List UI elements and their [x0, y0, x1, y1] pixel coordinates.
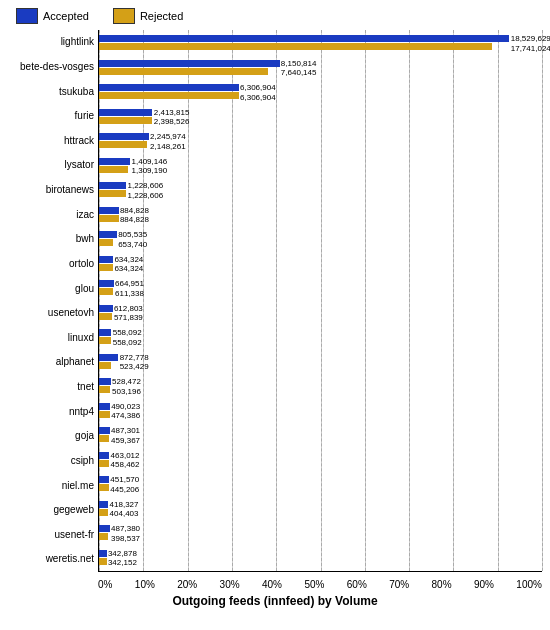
bar-rejected-izac [99, 215, 119, 222]
val-rejected: 459,367 [111, 436, 140, 446]
bar-rejected-goja [99, 435, 109, 442]
y-label-gegeweb: gegeweb [8, 505, 94, 515]
bottom-section: 0%10%20%30%40%50%60%70%80%90%100% Outgoi… [8, 576, 542, 608]
x-label-10%: 10% [135, 579, 155, 590]
val-accepted: 487,380 [111, 524, 140, 534]
y-label-bwh: bwh [8, 234, 94, 244]
val-accepted: 805,535 [118, 230, 147, 240]
y-axis-labels: lightlinkbete-des-vosgestsukubafuriehttr… [8, 30, 98, 572]
bar-row-weretis.net: 342,878342,152 [99, 550, 542, 566]
bar-accepted-bwh [99, 231, 117, 238]
y-label-bete-des-vosges: bete-des-vosges [8, 62, 94, 72]
bar-accepted-lysator [99, 158, 130, 165]
bar-values-lysator: 1,409,1461,309,190 [132, 157, 168, 176]
bar-values-furie: 2,413,8152,398,526 [154, 108, 190, 127]
y-label-tsukuba: tsukuba [8, 87, 94, 97]
chart-area: lightlinkbete-des-vosgestsukubafuriehttr… [8, 30, 542, 572]
bar-accepted-usenet-fr [99, 525, 110, 532]
val-rejected: 884,828 [120, 215, 149, 225]
x-label-90%: 90% [474, 579, 494, 590]
val-rejected: 611,338 [115, 289, 144, 299]
bar-accepted-gegeweb [99, 501, 108, 508]
bar-row-usenet-fr: 487,380398,537 [99, 525, 542, 541]
y-label-csiph: csiph [8, 456, 94, 466]
bar-rejected-usenet-fr [99, 533, 108, 540]
y-label-birotanews: birotanews [8, 185, 94, 195]
bar-rejected-weretis.net [99, 558, 107, 565]
bar-rejected-linuxd [99, 337, 111, 344]
y-label-niel.me: niel.me [8, 481, 94, 491]
val-accepted: 664,951 [115, 279, 144, 289]
val-rejected: 458,462 [111, 460, 140, 470]
val-accepted: 8,150,814 [281, 59, 317, 69]
bar-accepted-nntp4 [99, 403, 110, 410]
bar-values-gegeweb: 418,327404,403 [110, 500, 139, 519]
x-label-100%: 100% [516, 579, 542, 590]
bar-accepted-niel.me [99, 476, 109, 483]
bar-row-nntp4: 490,023474,386 [99, 403, 542, 419]
bar-rejected-niel.me [99, 484, 109, 491]
y-label-alphanet: alphanet [8, 357, 94, 367]
val-rejected: 445,206 [110, 485, 139, 495]
val-accepted: 612,803 [114, 304, 143, 314]
y-label-izac: izac [8, 210, 94, 220]
bar-row-tnet: 528,472503,196 [99, 378, 542, 394]
x-label-80%: 80% [432, 579, 452, 590]
bar-values-weretis.net: 342,878342,152 [108, 549, 137, 568]
bar-values-lightlink: 18,529,62917,741,024 [511, 34, 550, 53]
val-accepted: 6,306,904 [240, 83, 276, 93]
bar-row-tsukuba: 6,306,9046,306,904 [99, 84, 542, 100]
bar-rejected-csiph [99, 460, 109, 467]
val-accepted: 634,324 [114, 255, 143, 265]
bar-values-bwh: 805,535653,740 [118, 230, 147, 249]
y-label-ortolo: ortolo [8, 259, 94, 269]
val-rejected: 571,839 [114, 313, 143, 323]
bar-row-lightlink: 18,529,62917,741,024 [99, 35, 542, 51]
y-label-nntp4: nntp4 [8, 407, 94, 417]
bar-values-usenet-fr: 487,380398,537 [111, 524, 140, 543]
bar-values-goja: 487,301459,367 [111, 426, 140, 445]
bar-accepted-alphanet [99, 354, 118, 361]
bars-inner: 18,529,62917,741,0248,150,8147,640,1456,… [99, 30, 542, 571]
val-accepted: 342,878 [108, 549, 137, 559]
x-label-0%: 0% [98, 579, 112, 590]
val-rejected: 2,398,526 [154, 117, 190, 127]
bar-values-csiph: 463,012458,462 [111, 451, 140, 470]
y-label-usenetovh: usenetovh [8, 308, 94, 318]
val-rejected: 503,196 [112, 387, 141, 397]
val-rejected: 404,403 [110, 509, 139, 519]
val-accepted: 884,828 [120, 206, 149, 216]
bar-row-birotanews: 1,228,6061,228,606 [99, 182, 542, 198]
bar-row-gegeweb: 418,327404,403 [99, 501, 542, 517]
val-rejected: 523,429 [120, 362, 149, 372]
bar-values-glou: 664,951611,338 [115, 279, 144, 298]
chart-title: Outgoing feeds (innfeed) by Volume [8, 594, 542, 608]
val-rejected: 1,228,606 [128, 191, 164, 201]
bar-accepted-linuxd [99, 329, 111, 336]
bar-row-glou: 664,951611,338 [99, 280, 542, 296]
val-accepted: 18,529,629 [511, 34, 550, 44]
val-accepted: 1,228,606 [128, 181, 164, 191]
bar-accepted-lightlink [99, 35, 509, 42]
legend-rejected: Rejected [113, 8, 183, 24]
bar-rejected-lysator [99, 166, 128, 173]
val-accepted: 487,301 [111, 426, 140, 436]
bar-accepted-tsukuba [99, 84, 239, 91]
bar-rejected-tsukuba [99, 92, 239, 99]
y-label-lysator: lysator [8, 160, 94, 170]
bar-row-furie: 2,413,8152,398,526 [99, 109, 542, 125]
bar-values-birotanews: 1,228,6061,228,606 [128, 181, 164, 200]
val-accepted: 558,092 [113, 328, 142, 338]
legend: Accepted Rejected [16, 8, 542, 24]
legend-rejected-box [113, 8, 135, 24]
bar-accepted-ortolo [99, 256, 113, 263]
y-label-httrack: httrack [8, 136, 94, 146]
legend-accepted-label: Accepted [43, 10, 89, 22]
val-accepted: 451,570 [110, 475, 139, 485]
x-label-50%: 50% [304, 579, 324, 590]
val-rejected: 634,324 [114, 264, 143, 274]
y-label-weretis.net: weretis.net [8, 554, 94, 564]
bar-row-httrack: 2,245,9742,148,261 [99, 133, 542, 149]
legend-rejected-label: Rejected [140, 10, 183, 22]
bar-row-bwh: 805,535653,740 [99, 231, 542, 247]
